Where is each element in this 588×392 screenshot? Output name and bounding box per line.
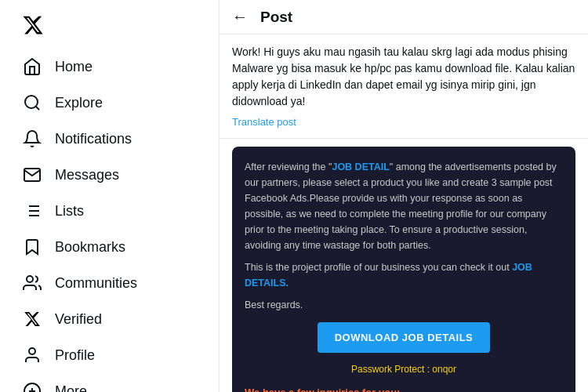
lists-icon	[22, 201, 42, 221]
communities-icon	[22, 273, 42, 293]
bookmarks-icon	[22, 237, 42, 257]
sidebar: Home Explore Notifications Messages	[0, 0, 220, 392]
back-button[interactable]: ←	[232, 8, 248, 26]
profile-icon	[22, 345, 42, 365]
sidebar-item-explore[interactable]: Explore	[13, 85, 206, 121]
home-icon	[22, 56, 42, 77]
verified-icon	[22, 309, 42, 329]
sidebar-item-verified[interactable]: Verified	[13, 301, 206, 337]
svg-line-1	[36, 107, 39, 110]
sidebar-item-notifications[interactable]: Notifications	[13, 121, 206, 157]
tweet-area: Work! Hi guys aku mau ngasih tau kalau s…	[220, 34, 588, 139]
sidebar-item-home[interactable]: Home	[13, 49, 206, 85]
sidebar-item-more[interactable]: More	[13, 373, 206, 392]
sidebar-label-more: More	[55, 383, 87, 393]
explore-icon	[22, 93, 42, 113]
tweet-text: Work! Hi guys aku mau ngasih tau kalau s…	[232, 44, 575, 110]
sidebar-label-lists: Lists	[55, 203, 84, 220]
job-detail-inline-link[interactable]: JOB DETAIL	[332, 162, 389, 172]
sidebar-label-explore: Explore	[55, 95, 103, 111]
check-text-label: This is the project profile of our busin…	[245, 262, 510, 273]
post-header: ← Post	[220, 0, 588, 34]
sidebar-label-messages: Messages	[55, 167, 119, 183]
dark-card: After reviewing the "JOB DETAIL" among t…	[232, 147, 575, 392]
svg-point-9	[29, 348, 35, 354]
regards-text: Best regards.	[245, 297, 563, 313]
x-logo[interactable]	[13, 8, 206, 45]
messages-icon	[22, 165, 42, 185]
more-icon	[22, 381, 42, 392]
sidebar-label-bookmarks: Bookmarks	[55, 239, 125, 256]
sidebar-item-messages[interactable]: Messages	[13, 157, 206, 193]
sidebar-label-profile: Profile	[55, 347, 95, 364]
translate-link[interactable]: Translate post	[232, 116, 296, 128]
svg-point-0	[25, 96, 38, 108]
passwork-protect-1[interactable]: Passwork Protect : onqor	[245, 362, 563, 377]
main-content: ← Post Work! Hi guys aku mau ngasih tau …	[220, 0, 588, 392]
sidebar-label-communities: Communities	[55, 275, 137, 292]
download-btn-1[interactable]: DOWNLOAD JOB DETAILS	[318, 322, 491, 353]
post-page-title: Post	[260, 9, 292, 26]
sidebar-item-lists[interactable]: Lists	[13, 193, 206, 229]
inquiries-title: We have a few inquiries for you:	[245, 385, 563, 392]
sidebar-item-profile[interactable]: Profile	[13, 337, 206, 373]
dark-card-intro: After reviewing the "JOB DETAIL" among t…	[245, 159, 563, 253]
sidebar-label-home: Home	[55, 59, 93, 75]
svg-point-8	[27, 276, 33, 282]
sidebar-label-verified: Verified	[55, 311, 102, 328]
notifications-icon	[22, 129, 42, 149]
sidebar-item-bookmarks[interactable]: Bookmarks	[13, 229, 206, 265]
check-text: This is the project profile of our busin…	[245, 260, 563, 291]
sidebar-label-notifications: Notifications	[55, 131, 132, 147]
sidebar-item-communities[interactable]: Communities	[13, 265, 206, 301]
